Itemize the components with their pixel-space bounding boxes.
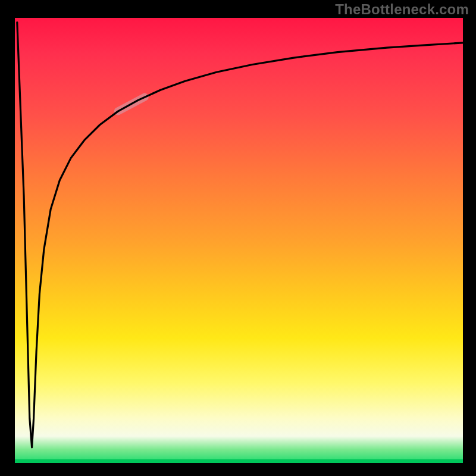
chart-frame: TheBottleneck.com [0, 0, 476, 476]
plot-area [15, 18, 463, 463]
watermark-text: TheBottleneck.com [335, 1, 469, 18]
bottleneck-curve [17, 23, 463, 447]
curve-layer [15, 18, 463, 463]
